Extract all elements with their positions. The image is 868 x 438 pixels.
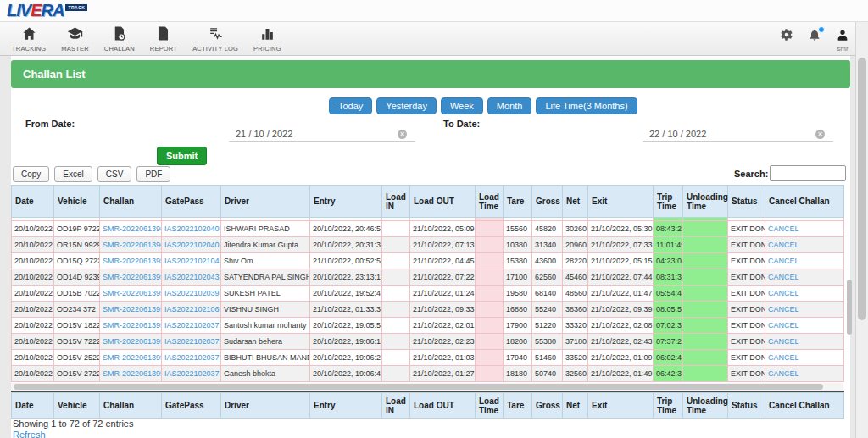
header-col-driver[interactable]: Driver <box>221 186 310 218</box>
header-col-load-time[interactable]: Load Time <box>476 186 504 218</box>
footer-col-gatepass[interactable]: GatePass <box>162 393 221 419</box>
cancel-link[interactable]: CANCEL <box>768 225 799 233</box>
header-col-trip-time[interactable]: Trip Time <box>654 186 683 218</box>
header-col-exit[interactable]: Exit <box>588 186 654 218</box>
footer-col-unloading-time[interactable]: Unloading Time <box>683 393 728 419</box>
footer-col-vehicle[interactable]: Vehicle <box>54 393 100 419</box>
cancel-link[interactable]: CANCEL <box>768 257 799 265</box>
from-date-input[interactable]: 21 / 10 / 2022 ✕ <box>229 127 415 142</box>
footer-col-exit[interactable]: Exit <box>588 393 654 419</box>
footer-col-cancel-challan[interactable]: Cancel Challan <box>765 393 844 419</box>
header-col-vehicle[interactable]: Vehicle <box>54 186 100 218</box>
nav-item-pricing[interactable]: PRICING <box>246 22 289 55</box>
header-col-load-out[interactable]: Load OUT <box>410 186 476 218</box>
gatepass-link[interactable]: IAS20221020372 <box>164 337 221 346</box>
export-button-excel[interactable]: Excel <box>54 166 92 182</box>
footer-col-tare[interactable]: Tare <box>504 393 532 419</box>
settings-button[interactable] <box>780 28 793 45</box>
cancel-link[interactable]: CANCEL <box>768 321 799 330</box>
filter-button-yesterday[interactable]: Yesterday <box>376 97 437 114</box>
cancel-link[interactable]: CANCEL <box>768 305 799 313</box>
to-date-input[interactable]: 22 / 10 / 2022 ✕ <box>643 127 833 142</box>
header-col-unloading-time[interactable]: Unloading Time <box>683 186 728 218</box>
table-hscrollbar-thumb[interactable] <box>14 384 823 390</box>
challan-link[interactable]: SMR-20220613954 <box>103 337 162 346</box>
footer-col-net[interactable]: Net <box>563 393 588 419</box>
gatepass-link[interactable]: IAS20221021065 <box>164 305 221 313</box>
challan-link[interactable]: SMR-20220613953 <box>103 353 162 362</box>
gatepass-link[interactable]: IAS20221020374 <box>164 369 221 378</box>
page-vertical-scrollbar[interactable] <box>855 22 868 438</box>
header-col-tare[interactable]: Tare <box>504 186 532 218</box>
header-col-date[interactable]: Date <box>12 186 54 218</box>
refresh-link[interactable]: Refresh <box>13 430 46 438</box>
gatepass-link[interactable]: IAS20221020371 <box>164 321 221 330</box>
header-col-load-in[interactable]: Load IN <box>382 186 410 218</box>
footer-col-trip-time[interactable]: Trip Time <box>654 393 683 419</box>
challan-table: DateVehicleChallanGatePassDriverEntryLoa… <box>11 185 844 382</box>
header-col-gross[interactable]: Gross <box>532 186 563 218</box>
footer-col-date[interactable]: Date <box>12 393 54 419</box>
gatepass-link[interactable]: IAS20221021045 <box>164 257 221 265</box>
cancel-link[interactable]: CANCEL <box>768 273 799 281</box>
nav-item-challan[interactable]: CHALLAN <box>97 22 142 55</box>
header-col-cancel-challan[interactable]: Cancel Challan <box>765 186 844 218</box>
header-col-gatepass[interactable]: GatePass <box>162 186 221 218</box>
table-row: 20/10/2022OD14D 9239SMR-20220613958IAS20… <box>12 269 844 286</box>
footer-col-driver[interactable]: Driver <box>221 393 310 419</box>
cell-cancel: CANCEL <box>765 269 844 286</box>
gatepass-link[interactable]: IAS20221020406 <box>164 225 221 233</box>
export-button-copy[interactable]: Copy <box>13 166 49 182</box>
submit-button[interactable]: Submit <box>157 147 207 165</box>
notifications-button[interactable] <box>808 28 821 45</box>
cancel-link[interactable]: CANCEL <box>768 337 799 346</box>
gatepass-link[interactable]: IAS20221020373 <box>164 353 221 362</box>
challan-link[interactable]: SMR-20220613959 <box>103 257 162 265</box>
cancel-link[interactable]: CANCEL <box>768 353 799 362</box>
gatepass-link[interactable]: IAS20221020397 <box>164 289 221 297</box>
cancel-link[interactable]: CANCEL <box>768 289 799 297</box>
filter-button-today[interactable]: Today <box>329 97 372 114</box>
challan-link[interactable]: SMR-20220613957 <box>103 289 162 297</box>
challan-link[interactable]: SMR-20220613961 <box>103 225 162 233</box>
clear-to-date-icon[interactable]: ✕ <box>815 130 825 139</box>
export-button-csv[interactable]: CSV <box>97 166 132 182</box>
cell-net: 28220 <box>563 253 588 269</box>
footer-col-gross[interactable]: Gross <box>532 393 563 419</box>
footer-col-status[interactable]: Status <box>728 393 765 419</box>
app-logo[interactable]: LIVERA TRACK <box>7 1 87 19</box>
user-menu[interactable]: smr <box>836 28 849 53</box>
gatepass-link[interactable]: IAS20221020437 <box>164 273 221 281</box>
filter-button-life-time-3-months-[interactable]: Life Time(3 Months) <box>536 97 637 114</box>
page-scrollbar-thumb[interactable] <box>858 58 866 320</box>
search-input[interactable] <box>770 165 846 181</box>
table-vertical-scrollbar-thumb[interactable] <box>847 280 852 335</box>
nav-item-report[interactable]: REPORT <box>142 22 185 55</box>
challan-link[interactable]: SMR-20220613955 <box>103 321 162 330</box>
header-col-entry[interactable]: Entry <box>310 186 382 218</box>
export-button-pdf[interactable]: PDF <box>136 166 170 182</box>
footer-col-entry[interactable]: Entry <box>310 393 382 419</box>
header-col-net[interactable]: Net <box>563 186 588 218</box>
challan-link[interactable]: SMR-20220613960 <box>103 241 162 249</box>
footer-col-load-time[interactable]: Load Time <box>476 393 504 419</box>
nav-item-tracking[interactable]: TRACKING <box>4 22 53 55</box>
header-col-challan[interactable]: Challan <box>100 186 162 218</box>
header-col-status[interactable]: Status <box>728 186 765 218</box>
footer-col-challan[interactable]: Challan <box>100 393 162 419</box>
cell-status: EXIT DONE <box>728 269 765 286</box>
cancel-link[interactable]: CANCEL <box>768 241 799 249</box>
footer-col-load-out[interactable]: Load OUT <box>410 393 476 419</box>
filter-button-week[interactable]: Week <box>441 97 483 114</box>
challan-link[interactable]: SMR-20220613956 <box>103 305 162 313</box>
challan-link[interactable]: SMR-20220613952 <box>103 369 162 378</box>
cancel-link[interactable]: CANCEL <box>768 369 799 378</box>
nav-item-master[interactable]: MASTER <box>53 22 96 55</box>
gatepass-link[interactable]: IAS20221020402 <box>164 241 221 249</box>
filter-button-month[interactable]: Month <box>487 97 532 114</box>
nav-item-activity-log[interactable]: ACTIVITY LOG <box>185 22 246 55</box>
challan-link[interactable]: SMR-20220613958 <box>103 273 162 281</box>
clear-from-date-icon[interactable]: ✕ <box>398 130 407 139</box>
footer-col-load-in[interactable]: Load IN <box>382 393 410 419</box>
table-horizontal-scrollbar[interactable] <box>11 383 843 391</box>
